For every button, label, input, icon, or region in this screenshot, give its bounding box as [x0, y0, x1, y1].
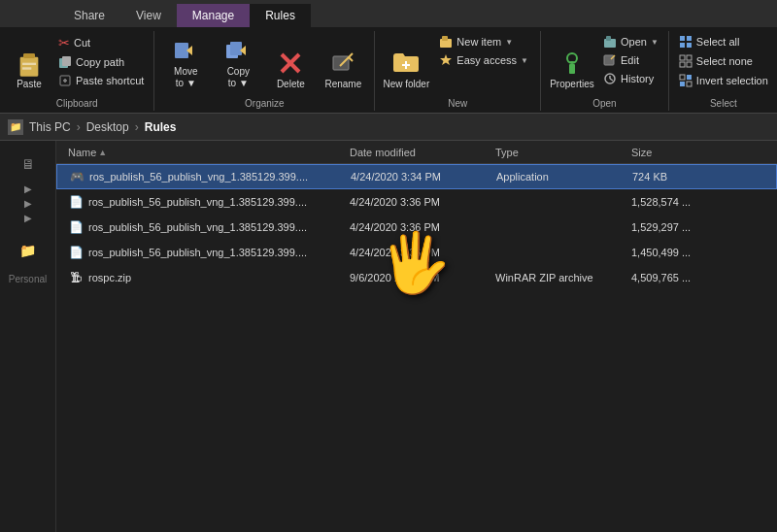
- svg-rect-35: [680, 55, 685, 60]
- paste-button[interactable]: Paste: [6, 33, 52, 91]
- file-icon: 📄: [68, 194, 84, 210]
- ribbon-group-select: Select all Select none Invert selection …: [669, 31, 777, 111]
- file-cell-date: 4/24/2020 3:36 PM: [342, 247, 488, 258]
- file-list: 🎮 ros_publish_56_publish_vng_1.385129.39…: [56, 164, 777, 290]
- svg-rect-38: [687, 62, 692, 67]
- file-cell-size: 1,528,574 ...: [624, 196, 721, 208]
- tab-share[interactable]: Share: [58, 4, 120, 27]
- svg-rect-25: [606, 36, 611, 41]
- file-cell-name: 🎮 ros_publish_56_publish_vng_1.385129.39…: [61, 169, 343, 184]
- breadcrumb-this-pc[interactable]: This PC: [29, 120, 71, 134]
- copy-to-button[interactable]: Copyto ▼: [213, 33, 263, 91]
- history-button[interactable]: History: [599, 70, 662, 87]
- new-item-button[interactable]: New item ▼: [433, 33, 534, 50]
- svg-rect-6: [62, 56, 71, 66]
- svg-rect-3: [22, 63, 36, 65]
- paste-shortcut-button[interactable]: Paste shortcut: [54, 72, 148, 89]
- sidebar-icon-folder[interactable]: 📁: [13, 235, 44, 266]
- file-cell-type: Application: [489, 171, 625, 183]
- easy-access-button[interactable]: Easy access ▼: [433, 51, 534, 69]
- col-header-size[interactable]: Size: [624, 147, 721, 158]
- file-row[interactable]: 🎮 ros_publish_56_publish_vng_1.385129.39…: [56, 164, 777, 189]
- svg-rect-8: [175, 43, 188, 58]
- open-label: Open: [547, 98, 662, 111]
- ribbon: Paste ✂ Cut Copy path Paste shortcut: [0, 27, 777, 114]
- clipboard-stack: ✂ Cut Copy path Paste shortcut: [54, 33, 148, 89]
- move-to-button[interactable]: Moveto ▼: [160, 33, 211, 91]
- open-button[interactable]: Open ▼: [599, 33, 662, 50]
- svg-rect-33: [680, 43, 685, 48]
- organize-label: Organize: [160, 98, 368, 111]
- file-icon: 📄: [68, 219, 84, 235]
- file-row[interactable]: 🗜 rospc.zip 9/6/2020 10:51 AM WinRAR ZIP…: [56, 265, 777, 290]
- file-row[interactable]: 📄 ros_publish_56_publish_vng_1.385129.39…: [56, 215, 777, 240]
- col-header-name[interactable]: Name ▲: [60, 147, 342, 158]
- svg-rect-4: [22, 67, 31, 69]
- new-item-arrow: ▼: [505, 38, 513, 47]
- svg-rect-2: [23, 53, 35, 58]
- sidebar: 🖥 ▶ ▶ ▶ 📁 Personal: [0, 141, 56, 532]
- select-label: Select: [675, 98, 772, 111]
- svg-rect-21: [442, 36, 448, 41]
- tab-view[interactable]: View: [120, 4, 177, 27]
- file-cell-date: 4/24/2020 3:36 PM: [342, 196, 488, 208]
- tab-rules[interactable]: Rules: [250, 4, 311, 27]
- sidebar-expand-arrow[interactable]: ▶: [24, 183, 32, 194]
- file-row[interactable]: 📄 ros_publish_56_publish_vng_1.385129.39…: [56, 189, 777, 215]
- col-header-date[interactable]: Date modified: [342, 147, 488, 158]
- ribbon-group-clipboard: Paste ✂ Cut Copy path Paste shortcut: [0, 31, 154, 111]
- svg-rect-37: [680, 62, 685, 67]
- file-cell-size: 724 KB: [625, 171, 722, 183]
- breadcrumb: This PC › Desktop › Rules: [29, 120, 176, 134]
- svg-rect-39: [680, 75, 685, 80]
- breadcrumb-bar: 📁 This PC › Desktop › Rules: [0, 114, 777, 141]
- svg-rect-23: [569, 64, 575, 74]
- open-stack: Open ▼ Edit History: [599, 33, 662, 87]
- file-cell-size: 1,450,499 ...: [624, 247, 721, 258]
- svg-rect-11: [230, 42, 242, 55]
- svg-line-30: [610, 79, 613, 81]
- properties-button[interactable]: Properties: [547, 33, 597, 91]
- new-label: New: [381, 98, 534, 111]
- file-icon: 🎮: [69, 169, 84, 184]
- breadcrumb-desktop[interactable]: Desktop: [86, 120, 129, 134]
- file-cell-size: 4,509,765 ...: [624, 272, 721, 283]
- svg-rect-1: [20, 57, 39, 77]
- edit-button[interactable]: Edit: [599, 51, 662, 69]
- breadcrumb-current[interactable]: Rules: [145, 120, 177, 134]
- sidebar-expand-arrow2[interactable]: ▶: [24, 198, 32, 209]
- sidebar-personal-label: Personal: [0, 274, 55, 284]
- select-none-button[interactable]: Select none: [675, 52, 772, 70]
- file-row[interactable]: 📄 ros_publish_56_publish_vng_1.385129.39…: [56, 240, 777, 265]
- invert-selection-button[interactable]: Invert selection: [675, 72, 772, 89]
- cut-button[interactable]: ✂ Cut: [54, 33, 148, 52]
- svg-rect-41: [680, 82, 685, 86]
- rename-button[interactable]: Rename: [318, 33, 368, 91]
- tab-manage[interactable]: Manage: [177, 4, 250, 27]
- clipboard-label: Clipboard: [6, 98, 148, 111]
- file-icon: 📄: [68, 245, 84, 260]
- new-folder-button[interactable]: New folder: [381, 33, 431, 91]
- col-header-type[interactable]: Type: [488, 147, 624, 158]
- svg-rect-42: [687, 82, 692, 86]
- copy-path-button[interactable]: Copy path: [54, 53, 148, 71]
- sidebar-icon-pc[interactable]: 🖥: [13, 149, 44, 180]
- svg-rect-40: [687, 75, 692, 80]
- file-area: Name ▲ Date modified Type Size 🎮 ros_pub…: [56, 141, 777, 532]
- svg-rect-34: [687, 43, 692, 48]
- select-all-button[interactable]: Select all: [675, 33, 772, 50]
- sidebar-expand-arrow3[interactable]: ▶: [24, 213, 32, 223]
- file-cell-type: WinRAR ZIP archive: [488, 272, 624, 283]
- main-layout: 🖥 ▶ ▶ ▶ 📁 Personal Name ▲ Date modified …: [0, 141, 777, 532]
- file-cell-date: 4/24/2020 3:36 PM: [342, 221, 488, 233]
- ribbon-group-open: Properties Open ▼ Edit History: [541, 31, 669, 111]
- easy-access-arrow: ▼: [521, 56, 528, 65]
- file-cell-name: 📄 ros_publish_56_publish_vng_1.385129.39…: [60, 245, 342, 260]
- delete-button[interactable]: Delete: [265, 33, 316, 91]
- tab-bar: Share View Manage Rules: [0, 0, 777, 27]
- ribbon-group-new: New folder New item ▼ Easy ac: [375, 31, 541, 111]
- file-cell-size: 1,529,297 ...: [624, 221, 721, 233]
- svg-rect-36: [687, 55, 692, 60]
- svg-rect-31: [680, 36, 685, 41]
- svg-rect-32: [687, 36, 692, 41]
